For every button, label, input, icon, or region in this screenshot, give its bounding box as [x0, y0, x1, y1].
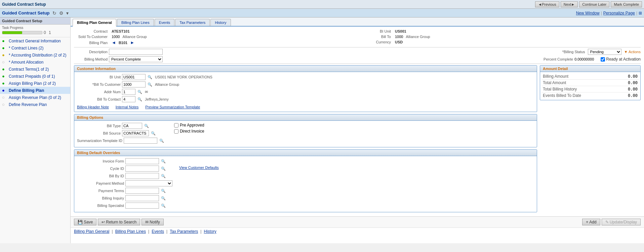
sidebar-item-accounting[interactable]: ● * Accounting Distribution (2 of 2)	[0, 51, 70, 59]
bill-by-id-lookup-icon[interactable]: 🔍	[161, 174, 166, 178]
percent-complete-label: Percent Complete	[539, 57, 573, 61]
sidebar-item-contract-terms[interactable]: ● Contract Terms(1 of 2)	[0, 66, 70, 73]
save-button[interactable]: 💾 Save	[74, 219, 96, 225]
top-header: Guided Contract Setup ◄Previous Next► Co…	[0, 0, 644, 9]
previous-button[interactable]: ◄Previous	[535, 1, 559, 7]
cycle-id-lookup-icon[interactable]: 🔍	[161, 167, 166, 171]
top-header-title: Guided Contract Setup	[2, 2, 46, 7]
add-icon: +	[586, 220, 588, 224]
addr-num-lookup-icon[interactable]: 🔍	[137, 90, 142, 94]
sold-to-name: Alliance Group	[122, 35, 147, 39]
bill-source-field[interactable]	[122, 130, 149, 136]
bottom-link-events[interactable]: Events	[152, 229, 164, 234]
sidebar-item-label: Assign Billing Plan (2 of 2)	[9, 81, 56, 86]
addr-num-field[interactable]	[122, 89, 135, 95]
invoice-form-lookup-icon[interactable]: 🔍	[161, 159, 166, 164]
bill-to-customer-field[interactable]	[122, 81, 146, 87]
task-progress-label: Task Progress	[2, 26, 68, 30]
tab-history[interactable]: History	[210, 19, 231, 26]
invoice-form-field[interactable]	[125, 158, 159, 164]
continue-later-button[interactable]: Continue Later	[579, 1, 609, 7]
billing-specialist-field[interactable]	[125, 203, 159, 209]
add-button[interactable]: + Add	[582, 219, 600, 225]
bi-unit-lookup-icon[interactable]: 🔍	[148, 75, 152, 79]
cycle-id-label: Cycle ID	[77, 167, 124, 171]
sidebar-item-define-billing[interactable]: ● Define Billing Plan	[0, 87, 70, 94]
preview-summarization-link[interactable]: Preview Summarization Template	[145, 105, 200, 109]
direct-invoice-checkbox[interactable]	[174, 129, 178, 134]
summarization-field[interactable]	[124, 138, 157, 144]
billing-method-select[interactable]: Percent Complete Amount Milestone	[109, 56, 163, 62]
billing-inquiry-field[interactable]	[125, 195, 159, 201]
bottom-link-history[interactable]: History	[204, 229, 216, 234]
tab-tax-parameters[interactable]: Tax Parameters	[175, 19, 210, 26]
description-input[interactable]	[109, 49, 163, 55]
email-icon[interactable]: ✉	[145, 90, 148, 94]
bottom-link-tax-parameters[interactable]: Tax Parameters	[170, 229, 198, 234]
sidebar-item-assign-billing[interactable]: ● Assign Billing Plan (2 of 2)	[0, 80, 70, 87]
dropdown-icon[interactable]: ▾	[66, 10, 69, 16]
cycle-id-field[interactable]	[125, 166, 159, 172]
billing-specialist-lookup-icon[interactable]: 🔍	[161, 204, 166, 208]
tab-events[interactable]: Events	[155, 19, 175, 26]
billing-header-note-link[interactable]: Billing Header Note	[77, 105, 109, 109]
view-customer-defaults-link[interactable]: View Customer Defaults	[179, 166, 219, 170]
sidebar-item-label: * Accounting Distribution (2 of 2)	[9, 53, 66, 58]
sidebar-item-contract-general[interactable]: ● Contract General Information	[0, 37, 70, 44]
billing-plan-next-arrow[interactable]: ►	[130, 40, 134, 45]
currency-value: USD	[395, 40, 403, 44]
payment-method-select[interactable]	[125, 180, 172, 186]
bottom-link-billing-plan-general[interactable]: Billing Plan General	[74, 229, 109, 234]
settings-icon[interactable]: ⚙	[59, 10, 64, 16]
sidebar-item-amount-allocation[interactable]: ○ * Amount Allocation	[0, 59, 70, 66]
return-to-search-button[interactable]: ↩ Return to Search	[98, 219, 140, 225]
bill-to-customer-lookup-icon[interactable]: 🔍	[148, 82, 152, 87]
bottom-page-links: Billing Plan General | Billing Plan Line…	[71, 227, 644, 235]
notify-button[interactable]: ✉ Notify	[142, 219, 164, 225]
sidebar-item-contract-lines[interactable]: ● * Contract Lines (2)	[0, 44, 70, 51]
ready-at-activation-label[interactable]: Ready at Activation	[601, 57, 641, 62]
payment-terms-lookup-icon[interactable]: 🔍	[161, 189, 166, 193]
contract-label: Contract	[74, 29, 108, 33]
summarization-lookup-icon[interactable]: 🔍	[159, 139, 164, 143]
billing-method-label: Billing Method	[74, 57, 108, 61]
update-display-button[interactable]: ✎ Update/Display	[602, 219, 641, 225]
sidebar-item-label: * Amount Allocation	[9, 60, 43, 65]
billing-status-select[interactable]: Pending Active Inactive Cancelled	[588, 49, 621, 55]
summarization-label: Summarization Template ID	[77, 139, 122, 143]
mark-complete-button[interactable]: Mark Complete	[611, 1, 642, 7]
ready-at-activation-checkbox[interactable]	[601, 57, 605, 62]
pre-approved-checkbox[interactable]	[174, 123, 178, 128]
refresh-icon[interactable]: ↻	[52, 10, 56, 16]
bottom-bar: 💾 Save ↩ Return to Search ✉ Notify + Add	[71, 216, 644, 227]
actions-link[interactable]: ▼ Actions	[624, 50, 641, 54]
bi-unit-description: US001 NEW YORK OPERATIONS	[155, 75, 212, 79]
bi-unit-field[interactable]	[122, 74, 146, 80]
billing-plan-prev-arrow[interactable]: ◄	[112, 40, 116, 45]
content-area: Billing Plan General Billing Plan Lines …	[71, 17, 644, 243]
bill-by-id-field[interactable]	[125, 173, 159, 179]
events-billed-value: 0.00	[628, 93, 638, 98]
bill-source-lookup-icon[interactable]: 🔍	[151, 131, 156, 136]
sidebar-item-define-revenue[interactable]: ○ Define Revenue Plan	[0, 101, 70, 108]
personalize-page-link[interactable]: Personalize Page	[603, 11, 635, 15]
percent-complete-value: 0.00000000	[574, 57, 594, 61]
bottom-link-billing-plan-lines[interactable]: Billing Plan Lines	[115, 229, 146, 234]
bill-to-contact-lookup-icon[interactable]: 🔍	[137, 97, 142, 102]
bill-to-value: 1000	[395, 35, 403, 39]
new-window-link[interactable]: New Window	[576, 11, 600, 15]
progress-bar-inner	[2, 31, 22, 34]
bill-to-contact-field[interactable]	[122, 96, 135, 102]
next-button[interactable]: Next►	[561, 1, 578, 7]
total-amount-value: 0.00	[628, 80, 638, 85]
payment-terms-field[interactable]	[125, 188, 159, 194]
bill-type-field[interactable]	[122, 123, 142, 129]
tab-billing-plan-lines[interactable]: Billing Plan Lines	[117, 19, 154, 26]
tab-billing-plan-general[interactable]: Billing Plan General	[73, 19, 116, 27]
bill-type-lookup-icon[interactable]: 🔍	[144, 124, 149, 128]
expand-icon[interactable]: ⊞	[639, 11, 642, 15]
internal-notes-link[interactable]: Internal Notes	[116, 105, 138, 109]
sidebar-item-contract-prepaids[interactable]: ● Contract Prepaids (0 of 1)	[0, 73, 70, 80]
billing-inquiry-lookup-icon[interactable]: 🔍	[161, 196, 166, 201]
sidebar-item-assign-revenue[interactable]: ○ Assign Revenue Plan (0 of 2)	[0, 94, 70, 101]
